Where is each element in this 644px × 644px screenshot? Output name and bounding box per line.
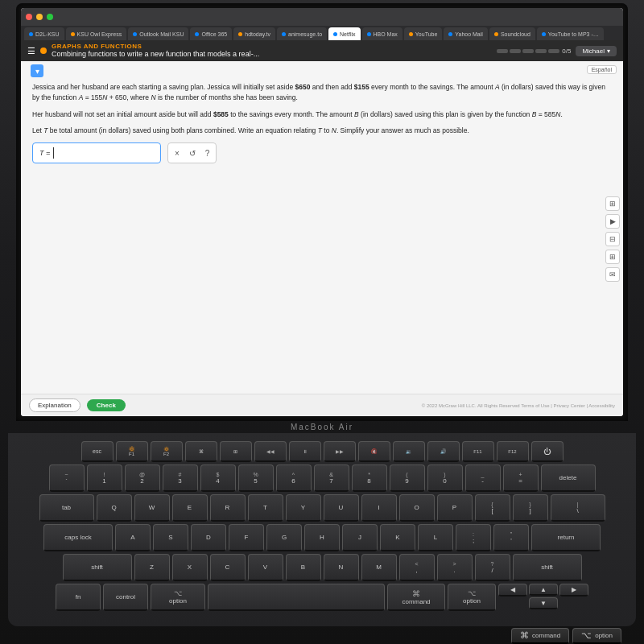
3-key[interactable]: #3: [163, 464, 198, 492]
help-button[interactable]: ?: [204, 149, 212, 158]
left-option-key[interactable]: ⌥ option: [151, 584, 205, 611]
arrow-up-key[interactable]: ▲: [529, 584, 558, 596]
tab-hbo[interactable]: HBO Max: [362, 27, 402, 40]
f10-key[interactable]: 🔊: [427, 441, 460, 462]
quote-key[interactable]: "': [493, 524, 529, 551]
x-key[interactable]: X: [172, 554, 208, 581]
right-shift-key[interactable]: shift: [513, 554, 582, 581]
f6-key[interactable]: ⏸: [289, 441, 321, 462]
y-key[interactable]: Y: [286, 494, 321, 522]
control-key[interactable]: control: [103, 584, 148, 611]
backslash-key[interactable]: |\: [551, 494, 605, 522]
r-key[interactable]: R: [210, 494, 246, 522]
o-key[interactable]: O: [399, 494, 435, 522]
minus-key[interactable]: _-: [465, 464, 501, 492]
7-key[interactable]: &7: [314, 464, 349, 492]
right-command-key[interactable]: ⌘ command: [387, 584, 445, 611]
arrow-right-key[interactable]: ▶: [559, 584, 588, 597]
equals-key[interactable]: +=: [503, 464, 539, 492]
a-key[interactable]: A: [115, 524, 151, 551]
f7-key[interactable]: ▶▶: [324, 441, 356, 462]
q-key[interactable]: Q: [97, 494, 132, 522]
i-key[interactable]: I: [361, 494, 397, 522]
tab-office[interactable]: Office 365: [190, 27, 232, 40]
g-key[interactable]: G: [266, 524, 302, 551]
n-key[interactable]: N: [324, 554, 359, 581]
user-menu-button[interactable]: Michael ▾: [576, 46, 617, 56]
space-key[interactable]: [208, 584, 385, 611]
comma-key[interactable]: <,: [399, 554, 435, 581]
left-shift-key[interactable]: shift: [63, 554, 132, 581]
f8-key[interactable]: 🔇: [358, 441, 390, 462]
tab-sc[interactable]: Soundcloud: [489, 27, 535, 40]
multiply-symbol-button[interactable]: ×: [173, 149, 181, 158]
tab-hd[interactable]: hdtoday.tv: [233, 27, 275, 40]
close-dot[interactable]: [26, 14, 32, 20]
5-key[interactable]: %5: [238, 464, 274, 492]
delete-key[interactable]: delete: [541, 464, 596, 492]
f11-key[interactable]: F11: [462, 441, 494, 462]
f-key[interactable]: F: [229, 524, 264, 551]
tab-key[interactable]: tab: [39, 494, 94, 522]
semicolon-key[interactable]: :;: [456, 524, 491, 551]
caps-key[interactable]: caps lock: [43, 524, 113, 551]
explanation-button[interactable]: Explanation: [29, 398, 80, 412]
bracket-right-key[interactable]: }]: [513, 494, 548, 522]
expand-button[interactable]: ▾: [31, 64, 43, 77]
minimize-dot[interactable]: [36, 14, 43, 20]
fn-key[interactable]: fn: [56, 584, 101, 611]
2-key[interactable]: @2: [125, 464, 160, 492]
l-key[interactable]: L: [418, 524, 453, 551]
f1-key[interactable]: 🔆F1: [116, 441, 148, 462]
tab-ksu[interactable]: KSU Owl Express: [66, 27, 127, 40]
tab-anime[interactable]: animesuge.to: [277, 27, 327, 40]
s-key[interactable]: S: [153, 524, 188, 551]
tab-d2l[interactable]: D2L-KSU: [24, 27, 64, 40]
check-button[interactable]: Check: [87, 399, 126, 411]
f9-key[interactable]: 🔉: [393, 441, 425, 462]
equation-input-box[interactable]: T =: [32, 142, 161, 163]
side-btn-3[interactable]: ⊟: [605, 232, 620, 246]
f3-key[interactable]: ⌘: [185, 441, 217, 462]
undo-button[interactable]: ↺: [188, 149, 197, 158]
d-key[interactable]: D: [191, 524, 226, 551]
side-btn-5[interactable]: ✉: [605, 267, 620, 282]
9-key[interactable]: (9: [390, 464, 425, 492]
slash-key[interactable]: ?/: [475, 554, 510, 581]
arrow-down-key[interactable]: ▼: [529, 597, 558, 609]
side-btn-4[interactable]: ⊞: [605, 250, 620, 264]
w-key[interactable]: W: [134, 494, 170, 522]
backtick-key[interactable]: ~`: [49, 464, 85, 492]
f5-key[interactable]: ◀◀: [254, 441, 287, 462]
f12-key[interactable]: F12: [497, 441, 529, 462]
right-option-key[interactable]: ⌥ option: [448, 584, 496, 611]
4-key[interactable]: $4: [200, 464, 236, 492]
v-key[interactable]: V: [248, 554, 283, 581]
1-key[interactable]: !1: [87, 464, 122, 492]
tab-outlook[interactable]: Outlook Mail KSU: [128, 27, 188, 40]
espanol-button[interactable]: Español: [587, 65, 617, 74]
bracket-left-key[interactable]: {[: [475, 494, 510, 522]
j-key[interactable]: J: [342, 524, 378, 551]
8-key[interactable]: *8: [352, 464, 387, 492]
k-key[interactable]: K: [380, 524, 415, 551]
bottom-command-key[interactable]: ⌘ command: [511, 628, 569, 644]
esc-key[interactable]: esc: [81, 441, 114, 462]
side-btn-1[interactable]: ⊞: [605, 196, 620, 211]
0-key[interactable]: )0: [427, 464, 463, 492]
arrow-left-key[interactable]: ◀: [498, 584, 527, 597]
maximize-dot[interactable]: [47, 14, 53, 20]
f4-key[interactable]: ⊞: [220, 441, 252, 462]
tab-netflix[interactable]: Netflix: [328, 27, 360, 40]
tab-yahoo[interactable]: Yahoo Mail: [444, 27, 488, 40]
6-key[interactable]: ^6: [276, 464, 312, 492]
side-btn-2[interactable]: ▶: [605, 214, 620, 229]
bottom-option-key[interactable]: ⌥ option: [572, 628, 621, 644]
tab-yt[interactable]: YouTube: [404, 27, 443, 40]
power-key[interactable]: ⏻: [531, 441, 564, 462]
t-key[interactable]: T: [248, 494, 283, 522]
b-key[interactable]: B: [286, 554, 321, 581]
hamburger-icon[interactable]: ☰: [27, 46, 35, 56]
c-key[interactable]: C: [210, 554, 246, 581]
tab-ytmp3[interactable]: YouTube to MP3 -…: [537, 27, 604, 40]
